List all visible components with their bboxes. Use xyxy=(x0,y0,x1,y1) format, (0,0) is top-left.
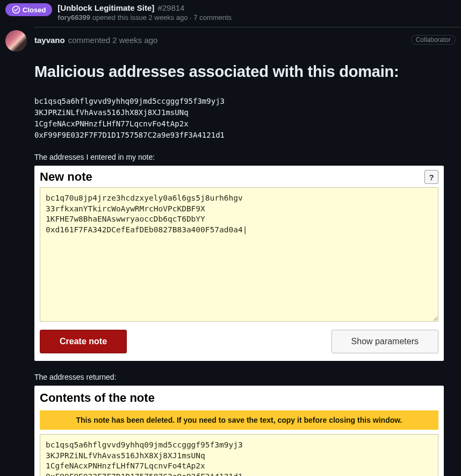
show-parameters-button[interactable]: Show parameters xyxy=(332,330,438,353)
comment: tayvano commented 2 weeks ago Collaborat… xyxy=(0,27,461,476)
returned-intro-text: The addresses returned: xyxy=(34,373,451,381)
help-button[interactable]: ? xyxy=(424,170,438,184)
note-intro-text: The addresses I entered in my note: xyxy=(34,153,451,161)
contents-body: bc1qsq5a6hflgvvd9yhhq09jmd5ccgggf95f3m9y… xyxy=(40,434,438,476)
status-badge: Closed xyxy=(5,3,52,16)
contents-panel: Contents of the note This note has been … xyxy=(34,386,444,476)
deleted-banner: This note has been deleted. If you need … xyxy=(40,410,438,430)
comment-author[interactable]: tayvano xyxy=(34,35,65,45)
issue-title[interactable]: [Unblock Legitimate Site] xyxy=(57,3,154,12)
address-list: bc1qsq5a6hflgvvd9yhhq09jmd5ccgggf95f3m9y… xyxy=(34,96,451,141)
contents-title: Contents of the note xyxy=(40,391,438,405)
issue-subtitle: fory66399 opened this issue 2 weeks ago … xyxy=(57,13,232,22)
status-label: Closed xyxy=(23,6,46,14)
issue-opener[interactable]: fory66399 xyxy=(57,13,90,22)
create-note-button[interactable]: Create note xyxy=(40,330,127,353)
comment-meta: commented 2 weeks ago xyxy=(68,35,158,45)
note-textarea[interactable] xyxy=(40,187,438,322)
role-badge: Collaborator xyxy=(411,35,456,45)
issue-header: Closed [Unblock Legitimate Site] #29814 … xyxy=(0,0,461,27)
issue-opened-meta: opened this issue 2 weeks ago · 7 commen… xyxy=(92,13,232,22)
new-note-panel: New note ? Create note Show parameters xyxy=(34,166,444,361)
comment-heading: Malicious addresses associated with this… xyxy=(34,63,451,81)
avatar[interactable] xyxy=(5,30,27,52)
comment-header: tayvano commented 2 weeks ago Collaborat… xyxy=(34,27,457,49)
new-note-title: New note xyxy=(40,170,92,184)
issue-title-block: [Unblock Legitimate Site] #29814 fory663… xyxy=(57,3,232,22)
closed-icon xyxy=(12,5,20,14)
issue-number: #29814 xyxy=(157,3,184,12)
